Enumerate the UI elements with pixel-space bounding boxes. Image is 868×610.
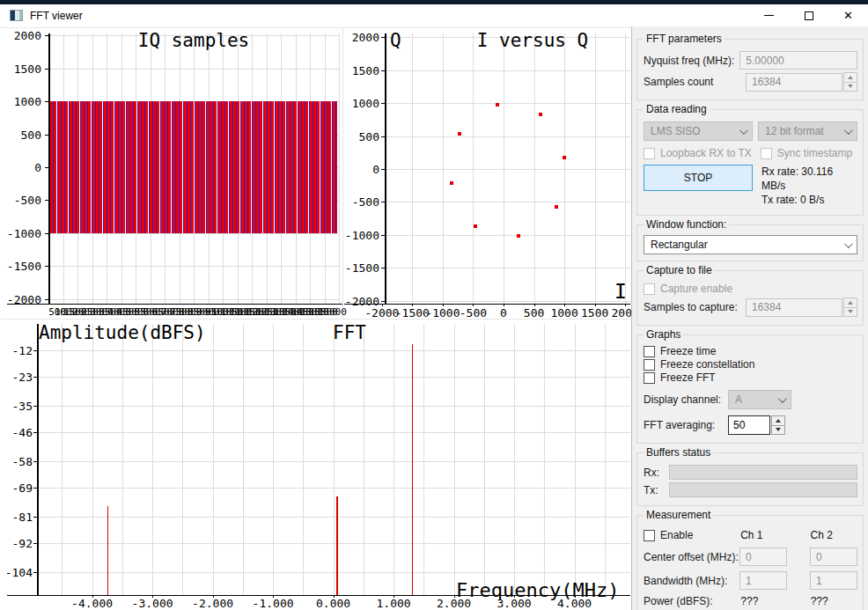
- sync-timestamp-label: Sync timestamp: [777, 147, 852, 159]
- bandwidth-ch1-field[interactable]: 1: [739, 571, 787, 590]
- plots-stage[interactable]: 2000150010005000-500-1000-1500-200050010…: [0, 0, 631, 610]
- measurement-enable-label: Enable: [660, 529, 740, 541]
- spin-down-button[interactable]: [771, 426, 785, 436]
- gridline: [534, 33, 535, 304]
- power-ch1-value: ???: [740, 595, 787, 607]
- spin-up-button[interactable]: [843, 298, 857, 308]
- device-dropdown[interactable]: LMS SISO: [644, 121, 753, 141]
- iq-y-tick-label: -1000: [0, 227, 41, 240]
- gridline: [62, 324, 63, 595]
- nyquist-freq-label: Nyquist freq (MHz):: [644, 55, 734, 67]
- fft-x-tick-label: -4.000: [71, 597, 113, 610]
- spin-up-button[interactable]: [771, 415, 785, 426]
- samples-to-capture-field[interactable]: 16384: [746, 298, 842, 317]
- gridline: [575, 324, 576, 595]
- gridline: [273, 324, 274, 595]
- samples-count-field[interactable]: 16384: [746, 73, 842, 92]
- gridline: [385, 169, 630, 170]
- constellation-x-tick-label: 1500: [581, 306, 608, 320]
- iq-y-tick-label: 1500: [0, 62, 41, 76]
- constellation-x-axis: [344, 304, 630, 305]
- group-title: FFT parameters: [644, 33, 725, 45]
- bit-format-dropdown[interactable]: 12 bit format: [758, 121, 857, 141]
- fft-y-tick-label: -81: [0, 511, 33, 524]
- gridline: [385, 268, 630, 268]
- group-title: Graphs: [644, 328, 683, 341]
- freeze-time-checkbox[interactable]: [644, 346, 655, 357]
- group-title: Window function:: [644, 218, 729, 231]
- iq-plot-title: IQ samples: [138, 30, 249, 51]
- fft-x-tick-label: 0.000: [316, 597, 350, 610]
- gridline: [182, 324, 183, 595]
- arrow-down-icon: [776, 428, 781, 431]
- constellation-point: [563, 156, 566, 159]
- gridline: [423, 324, 424, 595]
- constellation-x-tick-label: -1000: [425, 306, 460, 320]
- display-channel-label: Display channel:: [644, 393, 728, 406]
- iq-y-axis: [48, 33, 50, 304]
- close-button[interactable]: ✕: [828, 4, 868, 26]
- device-dropdown-value: LMS SISO: [651, 125, 701, 137]
- iq-x-tick-label: 16000: [318, 306, 347, 318]
- sync-timestamp-checkbox[interactable]: [761, 148, 772, 159]
- spin-up-button[interactable]: [843, 72, 857, 83]
- fft-averaging-spinner[interactable]: [771, 415, 785, 435]
- constellation-x-tick-label: 500: [524, 306, 544, 320]
- maximize-button[interactable]: [789, 4, 828, 26]
- gridline: [385, 235, 630, 236]
- constellation-point: [539, 113, 542, 116]
- measurement-enable-checkbox[interactable]: [644, 530, 655, 541]
- fft-x-tick-label: 1.000: [377, 597, 411, 610]
- window-function-dropdown[interactable]: Rectangular: [644, 235, 857, 254]
- gridline: [385, 70, 630, 71]
- minimize-button[interactable]: [749, 4, 789, 26]
- graphs-group: Graphs Freeze time Freeze constellation …: [636, 334, 864, 444]
- gridline: [394, 324, 394, 595]
- capture-enable-label: Capture enable: [660, 283, 732, 295]
- constellation-ylabel: Q: [390, 30, 401, 51]
- nyquist-freq-field[interactable]: 5.00000: [739, 51, 857, 70]
- power-label: Power (dBFS):: [644, 595, 740, 607]
- bandwidth-ch2-field[interactable]: 1: [810, 571, 857, 590]
- samples-to-capture-spinner[interactable]: [843, 298, 857, 317]
- samples-count-spinner[interactable]: [843, 72, 857, 92]
- constellation-title: I versus Q: [477, 30, 588, 51]
- fft-y-tick-label: -69: [0, 481, 33, 495]
- freeze-fft-checkbox[interactable]: [644, 372, 655, 384]
- fft-x-tick-label: -3.000: [132, 597, 173, 610]
- iq-y-tick-label: -1500: [0, 260, 41, 273]
- constellation-y-tick-label: -500: [309, 195, 379, 209]
- tx-rate-label: Tx rate:: [761, 194, 798, 206]
- capture-enable-checkbox[interactable]: [644, 283, 655, 295]
- gridline: [303, 324, 304, 595]
- spin-down-button[interactable]: [843, 83, 857, 92]
- constellation-x-tick-label: 2000: [612, 306, 631, 320]
- fft-averaging-label: FFT averaging:: [644, 419, 728, 431]
- freeze-constellation-label: Freeze constellation: [660, 358, 754, 371]
- fft-y-tick-label: -58: [0, 455, 33, 468]
- gridline: [243, 324, 244, 595]
- display-channel-value: A: [735, 393, 742, 406]
- fft-peak: [107, 506, 108, 595]
- gridline: [364, 324, 364, 595]
- gridline: [385, 202, 630, 202]
- center-offset-ch2-field[interactable]: 0: [810, 548, 857, 566]
- gridline: [595, 33, 596, 304]
- constellation-point: [496, 103, 499, 107]
- spin-down-button[interactable]: [843, 308, 857, 318]
- display-channel-dropdown[interactable]: A: [728, 390, 791, 409]
- gridline: [514, 324, 515, 595]
- gridline: [504, 33, 504, 304]
- group-title: Capture to file: [644, 264, 715, 276]
- freeze-constellation-checkbox[interactable]: [644, 359, 655, 371]
- fft-averaging-input[interactable]: [728, 415, 770, 435]
- stop-button[interactable]: STOP: [644, 165, 753, 191]
- constellation-x-tick-label: -500: [460, 306, 487, 320]
- iq-y-tick-label: 0: [0, 161, 41, 174]
- minimize-icon: [764, 15, 774, 16]
- center-offset-ch1-field[interactable]: 0: [739, 548, 787, 566]
- fft-y-tick-label: -46: [0, 426, 33, 439]
- constellation-y-tick-label: 2000: [309, 31, 379, 44]
- loopback-checkbox[interactable]: [644, 148, 655, 159]
- iq-y-tick-label: 1000: [0, 95, 41, 108]
